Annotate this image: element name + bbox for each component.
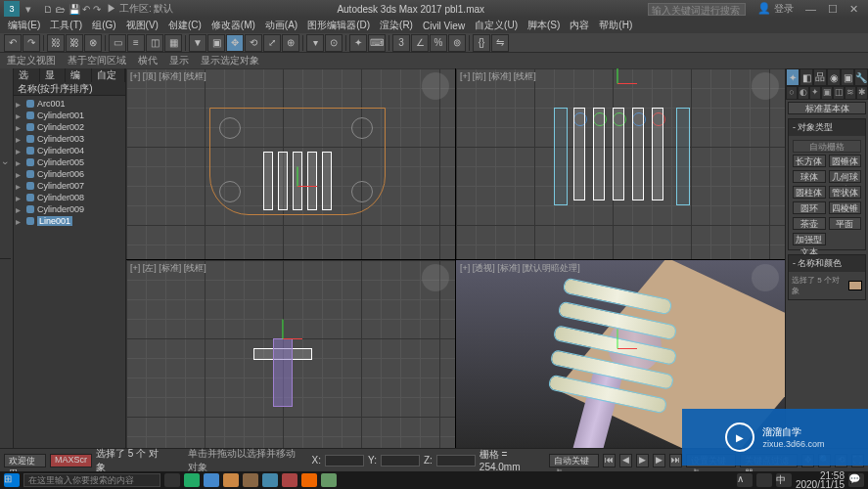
viewcube-icon[interactable] bbox=[752, 72, 779, 100]
taskbar-search[interactable]: 在这里输入你要搜索的内容 bbox=[23, 473, 160, 487]
rollout-header[interactable]: - 名称和颜色 bbox=[789, 255, 865, 272]
explorer-tree[interactable]: ▸Arc001▸Cylinder001▸Cylinder002▸Cylinder… bbox=[14, 96, 125, 450]
color-swatch[interactable] bbox=[848, 281, 862, 290]
tree-node[interactable]: ▸Cylinder007 bbox=[16, 180, 123, 192]
category-dropdown[interactable]: 标准基本体 bbox=[788, 102, 866, 114]
menu-help[interactable]: 帮助(H) bbox=[595, 19, 636, 32]
app-menu-icon[interactable]: ▾ bbox=[20, 3, 37, 16]
explorer-tab-select[interactable]: 选择 bbox=[14, 68, 40, 82]
tree-node[interactable]: ▸Cylinder001 bbox=[16, 110, 123, 121]
autogrid-check[interactable]: 自动栅格 bbox=[793, 140, 861, 153]
explorer-tab-edit[interactable]: 编辑 bbox=[66, 68, 92, 82]
tree-node[interactable]: ▸Cylinder004 bbox=[16, 145, 123, 156]
maxscript-button[interactable]: MAXScr bbox=[50, 454, 92, 467]
maximize-icon[interactable]: ☐ bbox=[822, 3, 844, 16]
manipulate-icon[interactable]: ✦ bbox=[349, 34, 367, 52]
explorer-tab-custom[interactable]: 自定义 bbox=[92, 68, 125, 82]
primitive-button[interactable]: 圆环 bbox=[793, 201, 826, 214]
app-icon[interactable] bbox=[184, 473, 200, 487]
menu-script[interactable]: 脚本(S) bbox=[524, 19, 564, 32]
viewcube-icon[interactable] bbox=[422, 72, 449, 100]
menu-content[interactable]: 内容 bbox=[566, 19, 593, 32]
coord-x-input[interactable] bbox=[325, 455, 364, 467]
primitive-button[interactable]: 几何球体 bbox=[829, 170, 862, 183]
tab-display-icon[interactable]: ▣ bbox=[841, 68, 854, 86]
search-box[interactable]: 输入关键词进行搜索 bbox=[648, 3, 746, 16]
ribbon-sub-3[interactable]: 显示 bbox=[166, 54, 192, 67]
tree-node[interactable]: ▸Cylinder006 bbox=[16, 168, 123, 180]
percent-snap-icon[interactable]: % bbox=[430, 34, 447, 52]
primitive-button[interactable]: 长方体 bbox=[793, 155, 826, 167]
menu-grapheditors[interactable]: 图形编辑器(D) bbox=[303, 19, 374, 32]
select-region-icon[interactable]: ◫ bbox=[146, 34, 163, 52]
menu-modifiers[interactable]: 修改器(M) bbox=[207, 19, 259, 32]
subtab-systems-icon[interactable]: ✱ bbox=[856, 86, 868, 100]
left-tab-1[interactable]: › bbox=[0, 68, 11, 259]
rollout-header[interactable]: - 对象类型 bbox=[789, 119, 865, 136]
select-icon[interactable]: ▭ bbox=[109, 34, 126, 52]
primitive-button[interactable]: 圆柱体 bbox=[793, 186, 826, 199]
primitive-button[interactable]: 圆锥体 bbox=[829, 155, 862, 167]
named-selection-icon[interactable]: {} bbox=[473, 34, 490, 52]
app-icon[interactable] bbox=[262, 473, 278, 487]
select-object-icon[interactable]: ▣ bbox=[207, 34, 225, 52]
tree-node[interactable]: ▸Cylinder009 bbox=[16, 203, 123, 215]
primitive-button[interactable]: 球体 bbox=[793, 170, 826, 183]
login-button[interactable]: 👤 登录 bbox=[752, 2, 799, 16]
app-icon[interactable] bbox=[282, 473, 297, 487]
primitive-button[interactable]: 加强型文本 bbox=[793, 233, 826, 245]
tab-modify-icon[interactable]: ◧ bbox=[799, 68, 813, 86]
tree-node[interactable]: ▸Cylinder005 bbox=[16, 156, 123, 168]
placement-icon[interactable]: ⊕ bbox=[282, 34, 299, 52]
left-tab-strip[interactable]: › bbox=[0, 68, 14, 450]
minimize-icon[interactable]: — bbox=[799, 3, 822, 15]
subtab-shapes-icon[interactable]: ◐ bbox=[798, 86, 809, 100]
coord-z-input[interactable] bbox=[436, 455, 476, 467]
ime-icon[interactable]: 中 bbox=[776, 473, 792, 487]
prev-frame-icon[interactable]: ◀ bbox=[619, 454, 632, 467]
explorer-tab-display[interactable]: 显示 bbox=[40, 68, 67, 82]
primitive-button[interactable]: 四棱锥 bbox=[829, 201, 862, 214]
viewport-top[interactable]: [+] [顶] [标准] [线框] bbox=[126, 68, 455, 259]
app-icon[interactable] bbox=[301, 473, 317, 487]
viewcube-icon[interactable] bbox=[752, 264, 779, 291]
primitive-button[interactable]: 平面 bbox=[829, 217, 862, 230]
refcoord-icon[interactable]: ▾ bbox=[306, 34, 324, 52]
coord-y-input[interactable] bbox=[381, 455, 420, 467]
quick-access[interactable]: 🗋 🗁 💾 ↶ ↷ bbox=[43, 4, 101, 15]
rotate-icon[interactable]: ⟲ bbox=[245, 34, 262, 52]
viewport-front[interactable]: [+] [前] [标准] [线框] bbox=[456, 68, 785, 259]
ribbon-sub-1[interactable]: 基于空间区域 bbox=[65, 54, 129, 67]
app-icon[interactable] bbox=[223, 473, 239, 487]
viewcube-icon[interactable] bbox=[422, 264, 449, 291]
viewport-front-label[interactable]: [+] [前] [标准] [线框] bbox=[460, 70, 536, 83]
snap-icon[interactable]: 3 bbox=[392, 34, 410, 52]
scale-icon[interactable]: ⤢ bbox=[263, 34, 281, 52]
primitive-button[interactable]: 茶壶 bbox=[793, 217, 826, 230]
app-icon[interactable] bbox=[243, 473, 258, 487]
app-icon[interactable] bbox=[321, 473, 337, 487]
tree-node[interactable]: ▸Line001 bbox=[16, 215, 123, 227]
menu-rendering[interactable]: 渲染(R) bbox=[376, 19, 417, 32]
subtab-geometry-icon[interactable]: ○ bbox=[786, 86, 798, 100]
window-crossing-icon[interactable]: ▦ bbox=[164, 34, 182, 52]
start-button[interactable]: ⊞ bbox=[4, 473, 20, 487]
menu-customize[interactable]: 自定义(U) bbox=[471, 19, 522, 32]
keyboard-icon[interactable]: ⌨ bbox=[368, 34, 386, 52]
menu-civilview[interactable]: Civil View bbox=[419, 21, 469, 31]
tree-node[interactable]: ▸Arc001 bbox=[16, 98, 123, 110]
tree-node[interactable]: ▸Cylinder008 bbox=[16, 192, 123, 203]
primitive-button[interactable]: 管状体 bbox=[829, 186, 862, 199]
menu-tools[interactable]: 工具(T) bbox=[46, 19, 86, 32]
spinner-snap-icon[interactable]: ⊚ bbox=[448, 34, 466, 52]
explorer-header[interactable]: 名称(按升序排序) bbox=[14, 82, 125, 96]
taskbar-clock[interactable]: 21:582020/11/15 bbox=[796, 471, 845, 489]
tray-icon[interactable] bbox=[756, 473, 772, 487]
tab-hierarchy-icon[interactable]: 品 bbox=[813, 68, 827, 86]
subtab-helpers-icon[interactable]: ◫ bbox=[833, 86, 845, 100]
workspace-selector[interactable]: ▶ 工作区: 默认 bbox=[107, 2, 173, 16]
subtab-lights-icon[interactable]: ✦ bbox=[809, 86, 821, 100]
goto-end-icon[interactable]: ⏭ bbox=[669, 454, 682, 467]
app-icon[interactable] bbox=[204, 473, 219, 487]
redo-icon[interactable]: ↷ bbox=[23, 34, 40, 52]
